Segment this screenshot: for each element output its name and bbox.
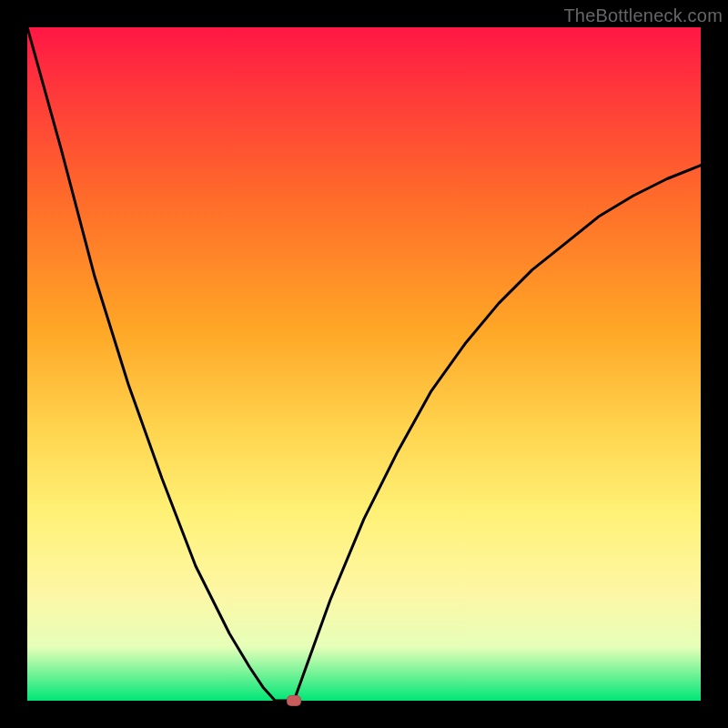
curve-svg	[27, 27, 701, 701]
plot-area	[27, 27, 701, 701]
watermark-label: TheBottleneck.com	[563, 5, 723, 26]
chart-frame: TheBottleneck.com	[0, 0, 728, 728]
bottleneck-curve	[27, 27, 701, 701]
bottleneck-marker	[287, 695, 301, 706]
